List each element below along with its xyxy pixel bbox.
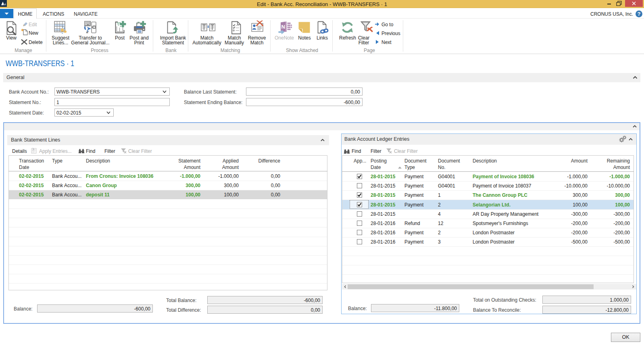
svg-text:N: N [281,24,285,30]
